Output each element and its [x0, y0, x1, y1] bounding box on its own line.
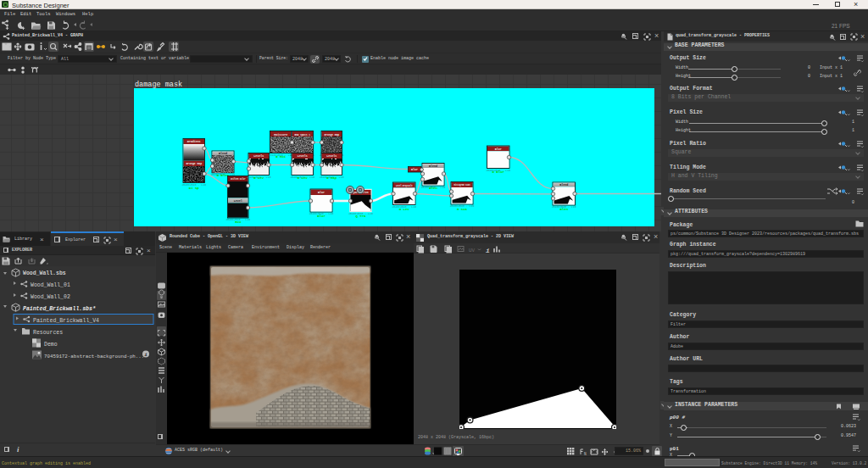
svg-text:Levels: Levels: [298, 154, 308, 158]
svg-text:Blur: Blur: [318, 191, 325, 194]
svg-text:Levels: Levels: [326, 154, 337, 158]
svg-text:B Lev: B Lev: [253, 176, 264, 180]
svg-text:Blend: Blend: [219, 152, 227, 155]
svg-text:Blur: Blur: [317, 214, 326, 218]
svg-text:Wood_Wall_01: Wood_Wall_01: [31, 282, 70, 288]
svg-text:Resources: Resources: [33, 330, 63, 336]
svg-text:damage mask: damage mask: [135, 81, 182, 89]
svg-text:Uniform Color: Uniform Color: [231, 177, 246, 181]
svg-text:G Moi: G Moi: [275, 155, 287, 159]
svg-text:i: i: [486, 246, 490, 254]
svg-text:Level: Level: [234, 199, 242, 203]
svg-text:Level Grayscale: Level Grayscale: [396, 184, 413, 187]
svg-text:Grunge Map: Grunge Map: [186, 162, 203, 165]
svg-text:Histogram Scan: Histogram Scan: [454, 183, 470, 187]
svg-text:Blur: Blur: [411, 168, 418, 171]
svg-text:UV: UV: [469, 248, 476, 254]
svg-text:Painted_Brickwall.sbs*: Painted_Brickwall.sbs*: [23, 306, 96, 312]
svg-text:Wood_Wall_02: Wood_Wall_02: [31, 294, 70, 300]
svg-text:BnW Spots 1: BnW Spots 1: [295, 133, 311, 136]
svg-text:i: i: [144, 352, 147, 358]
svg-text:Demo: Demo: [44, 342, 58, 348]
svg-text:70459172-abstract-background-p: 70459172-abstract-background-ph...: [44, 354, 144, 359]
svg-text:B Lev: B Lev: [298, 176, 309, 180]
svg-text:G Map: G Map: [326, 176, 337, 180]
svg-text:Rou: Rou: [235, 220, 242, 224]
svg-text:Blen: Blen: [559, 208, 568, 211]
svg-text:Blen: Blen: [429, 187, 437, 190]
svg-text:Blend: Blend: [559, 183, 568, 187]
svg-text:Blend: Blend: [429, 164, 437, 168]
svg-text:H Sca: H Sca: [457, 208, 468, 211]
svg-text:Wood_Wall.sbs: Wood_Wall.sbs: [23, 270, 66, 276]
svg-text:G Lev: G Lev: [399, 208, 410, 211]
svg-text:Gradient: Gradient: [187, 140, 201, 143]
svg-text:Grunge Map: Grunge Map: [325, 133, 340, 136]
svg-text:Levels: Levels: [253, 154, 264, 158]
svg-text:N: N: [584, 452, 587, 456]
svg-text:Di Sp: Di Sp: [189, 187, 200, 190]
svg-text:Blur: Blur: [495, 148, 502, 151]
svg-text:Q Tra: Q Tra: [355, 214, 366, 218]
svg-text:Painted_Brickwall_V4: Painted_Brickwall_V4: [33, 318, 99, 324]
svg-text:Moisture: Moisture: [274, 133, 287, 136]
svg-text:G Blur: G Blur: [492, 170, 505, 174]
